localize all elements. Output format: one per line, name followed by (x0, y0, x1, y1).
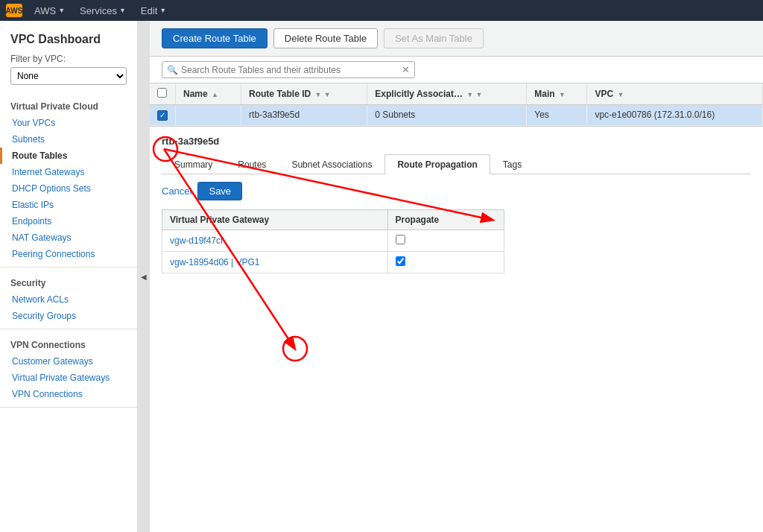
main-content: Create Route Table Delete Route Table Se… (150, 21, 763, 532)
prop-gateway-cell: vgw-18954d06 | VPG1 (162, 251, 388, 273)
search-icon: 🔍 (167, 65, 178, 75)
sort-name-icon: ▲ (212, 91, 218, 98)
sort-route-table-id-icon: ▼ (315, 91, 322, 98)
prop-propagate-cell (387, 251, 504, 273)
prop-propagate-cell (387, 229, 504, 251)
sort-main-icon: ▼ (559, 91, 566, 98)
detail-section: rtb-3a3f9e5d SummaryRoutesSubnet Associa… (150, 127, 763, 533)
search-clear-icon[interactable]: ✕ (402, 64, 410, 75)
prop-table-row: vgw-18954d06 | VPG1 (162, 251, 504, 273)
sidebar-item-nat-gateways[interactable]: NAT Gateways (0, 229, 137, 246)
tab-route-propagation[interactable]: Route Propagation (384, 154, 490, 174)
search-bar: 🔍 ✕ (150, 57, 763, 83)
top-nav: AWS AWS ▼ Services ▼ Edit ▼ (0, 0, 763, 21)
route-tables-table: Name ▲ Route Table ID ▼ ▼ Explicitly Ass… (150, 83, 763, 126)
set-main-table-button: Set As Main Table (384, 28, 484, 48)
th-explicitly-associated[interactable]: Explicitly Associat… ▼ ▼ (367, 83, 527, 105)
table-row[interactable]: ✓rtb-3a3f9e5d0 SubnetsYesvpc-e1e00786 (1… (150, 105, 763, 126)
propagate-checkbox[interactable] (396, 235, 405, 244)
sidebar-item-internet-gateways[interactable]: Internet Gateways (0, 164, 137, 180)
search-input[interactable] (181, 65, 399, 75)
tab-tags[interactable]: Tags (490, 154, 534, 174)
detail-tabs: SummaryRoutesSubnet AssociationsRoute Pr… (162, 154, 751, 174)
sidebar-item-elastic-ips[interactable]: Elastic IPs (0, 197, 137, 213)
tab-subnet-associations[interactable]: Subnet Associations (279, 154, 384, 174)
nav-aws[interactable]: AWS ▼ (28, 5, 71, 16)
nav-edit[interactable]: Edit ▼ (135, 5, 172, 16)
row-cell-explicitly_associated: 0 Subnets (367, 105, 527, 126)
sidebar-divider (0, 407, 137, 408)
prop-table-row: vgw-d19f47cf (162, 229, 504, 251)
filter-explicitly-associated-icon: ▼ (476, 91, 483, 98)
sidebar-item-security-groups[interactable]: Security Groups (0, 308, 137, 324)
search-box: 🔍 ✕ (162, 61, 415, 78)
sidebar-collapse-button[interactable]: ◀ (138, 21, 150, 532)
prop-gateway-cell: vgw-d19f47cf (162, 229, 388, 251)
table-area: Name ▲ Route Table ID ▼ ▼ Explicitly Ass… (150, 83, 763, 127)
sidebar-divider (0, 329, 137, 329)
gateway-link[interactable]: vgw-18954d06 | VPG1 (170, 257, 260, 267)
tab-content: Cancel Save Virtual Private Gateway Prop… (162, 182, 751, 273)
row-cell-vpc: vpc-e1e00786 (172.31.0.0/16) (587, 105, 763, 126)
toolbar: Create Route Table Delete Route Table Se… (150, 21, 763, 57)
th-route-table-id[interactable]: Route Table ID ▼ ▼ (241, 83, 367, 105)
sidebar-section-vpn-connections: VPN Connections (0, 334, 137, 353)
sidebar-section-security: Security (0, 272, 137, 291)
sidebar-item-virtual-private-gateways[interactable]: Virtual Private Gateways (0, 370, 137, 386)
th-name[interactable]: Name ▲ (176, 83, 241, 105)
table-header-row: Name ▲ Route Table ID ▼ ▼ Explicitly Ass… (150, 83, 763, 105)
sidebar-section-virtual-private-cloud: Virtual Private Cloud (0, 95, 137, 115)
tab-summary[interactable]: Summary (162, 154, 225, 174)
row-cell-name (176, 105, 241, 126)
sidebar: VPC Dashboard Filter by VPC: None Virtua… (0, 21, 138, 532)
row-cell-route_table_id: rtb-3a3f9e5d (241, 105, 367, 126)
propagation-table: Virtual Private Gateway Propagate vgw-d1… (162, 209, 504, 273)
vpc-filter-select[interactable]: None (10, 67, 127, 85)
nav-edit-arrow: ▼ (159, 7, 166, 14)
save-button[interactable]: Save (197, 182, 242, 200)
select-all-checkbox[interactable] (157, 88, 167, 98)
sidebar-title: VPC Dashboard (0, 28, 137, 54)
sidebar-item-network-acls[interactable]: Network ACLs (0, 291, 137, 308)
sidebar-item-customer-gateways[interactable]: Customer Gateways (0, 353, 137, 370)
prop-th-gateway: Virtual Private Gateway (162, 209, 388, 229)
nav-services-arrow: ▼ (119, 7, 126, 14)
sidebar-item-dhcp-options-sets[interactable]: DHCP Options Sets (0, 180, 137, 197)
table-header-checkbox (150, 83, 176, 105)
sidebar-item-vpn-connections[interactable]: VPN Connections (0, 386, 137, 402)
row-checkbox[interactable]: ✓ (157, 110, 168, 121)
filter-route-table-id-icon: ▼ (324, 91, 331, 98)
detail-resource-id: rtb-3a3f9e5d (162, 136, 751, 147)
aws-logo: AWS (6, 4, 22, 17)
create-route-table-button[interactable]: Create Route Table (162, 28, 267, 48)
sort-vpc-icon: ▼ (617, 91, 624, 98)
sidebar-item-subnets[interactable]: Subnets (0, 131, 137, 148)
th-vpc[interactable]: VPC ▼ (587, 83, 763, 105)
action-bar: Cancel Save (162, 182, 751, 200)
sidebar-item-peering-connections[interactable]: Peering Connections (0, 246, 137, 262)
prop-th-propagate: Propagate (387, 209, 504, 229)
sidebar-item-your-vpcs[interactable]: Your VPCs (0, 115, 137, 131)
nav-aws-arrow: ▼ (58, 7, 65, 14)
row-checkbox-cell: ✓ (150, 105, 176, 126)
gateway-link[interactable]: vgw-d19f47cf (170, 235, 223, 246)
sidebar-divider (0, 267, 137, 267)
cancel-button[interactable]: Cancel (162, 183, 191, 200)
row-cell-main: Yes (527, 105, 587, 126)
nav-services[interactable]: Services ▼ (74, 5, 132, 16)
propagate-checkbox[interactable] (396, 256, 405, 266)
sort-explicitly-associated-icon: ▼ (466, 91, 473, 98)
filter-label: Filter by VPC: (0, 54, 137, 67)
sidebar-item-route-tables[interactable]: Route Tables (0, 148, 137, 164)
sidebar-item-endpoints[interactable]: Endpoints (0, 213, 137, 229)
tab-routes[interactable]: Routes (225, 154, 279, 174)
delete-route-table-button[interactable]: Delete Route Table (273, 28, 378, 48)
th-main[interactable]: Main ▼ (527, 83, 587, 105)
